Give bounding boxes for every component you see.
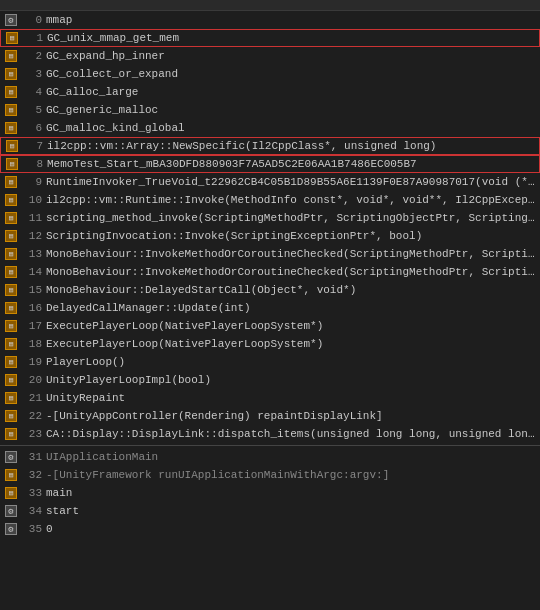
trace-item[interactable]: ⚙ 34 start	[0, 502, 540, 520]
trace-item[interactable]: ▤ 4 GC_alloc_large	[0, 83, 540, 101]
trace-item[interactable]: ⚙ 31 UIApplicationMain	[0, 448, 540, 466]
item-index: 5	[22, 104, 42, 116]
frame-icon: ▤	[5, 302, 17, 314]
backtrace-panel: ⚙ 0 mmap ▤ 1 GC_unix_mmap_get_mem ▤ 2 GC…	[0, 0, 540, 610]
item-icon: ▤	[4, 85, 18, 99]
frame-icon: ▤	[5, 428, 17, 440]
item-label: PlayerLoop()	[46, 356, 125, 368]
item-label: UnityPlayerLoopImpl(bool)	[46, 374, 211, 386]
frame-icon: ▤	[5, 176, 17, 188]
item-label: -[UnityAppController(Rendering) repaintD…	[46, 410, 383, 422]
item-label: mmap	[46, 14, 72, 26]
item-label: MonoBehaviour::DelayedStartCall(Object*,…	[46, 284, 356, 296]
item-icon: ▤	[4, 391, 18, 405]
item-icon: ▤	[4, 211, 18, 225]
item-icon: ▤	[4, 373, 18, 387]
item-icon: ⚙	[4, 522, 18, 536]
frame-icon: ▤	[5, 374, 17, 386]
trace-item[interactable]: ▤ 32 -[UnityFramework runUIApplicationMa…	[0, 466, 540, 484]
frame-icon: ▤	[5, 68, 17, 80]
item-icon: ▤	[4, 229, 18, 243]
item-label: ExecutePlayerLoop(NativePlayerLoopSystem…	[46, 320, 323, 332]
item-icon: ▤	[5, 157, 19, 171]
item-label: GC_alloc_large	[46, 86, 138, 98]
trace-item[interactable]: ▤ 7 il2cpp::vm::Array::NewSpecific(Il2Cp…	[0, 137, 540, 155]
trace-item[interactable]: ▤ 11 scripting_method_invoke(ScriptingMe…	[0, 209, 540, 227]
item-label: il2cpp::vm::Array::NewSpecific(Il2CppCla…	[47, 140, 436, 152]
item-index: 7	[23, 140, 43, 152]
trace-item[interactable]: ⚙ 35 0	[0, 520, 540, 538]
trace-item[interactable]: ▤ 33 main	[0, 484, 540, 502]
item-index: 10	[22, 194, 42, 206]
item-icon: ▤	[4, 301, 18, 315]
frame-icon: ▤	[6, 140, 18, 152]
trace-item[interactable]: ▤ 19 PlayerLoop()	[0, 353, 540, 371]
trace-item[interactable]: ▤ 23 CA::Display::DisplayLink::dispatch_…	[0, 425, 540, 443]
item-label: UnityRepaint	[46, 392, 125, 404]
item-icon: ▤	[5, 31, 19, 45]
item-icon: ▤	[4, 121, 18, 135]
item-icon: ▤	[5, 139, 19, 153]
gear-icon: ⚙	[5, 14, 17, 26]
trace-item[interactable]: ▤ 5 GC_generic_malloc	[0, 101, 540, 119]
item-icon: ▤	[4, 193, 18, 207]
item-index: 21	[22, 392, 42, 404]
item-label: GC_malloc_kind_global	[46, 122, 185, 134]
gear-icon: ⚙	[5, 523, 17, 535]
item-icon: ▤	[4, 337, 18, 351]
trace-item[interactable]: ▤ 13 MonoBehaviour::InvokeMethodOrCorout…	[0, 245, 540, 263]
frame-icon: ▤	[6, 158, 18, 170]
frame-icon: ▤	[5, 356, 17, 368]
trace-item[interactable]: ⚙ 0 mmap	[0, 11, 540, 29]
trace-item[interactable]: ▤ 12 ScriptingInvocation::Invoke(Scripti…	[0, 227, 540, 245]
item-icon: ▤	[4, 67, 18, 81]
trace-item[interactable]: ▤ 20 UnityPlayerLoopImpl(bool)	[0, 371, 540, 389]
gear-icon: ⚙	[5, 451, 17, 463]
frame-icon: ▤	[5, 284, 17, 296]
trace-item[interactable]: ▤ 6 GC_malloc_kind_global	[0, 119, 540, 137]
item-icon: ▤	[4, 103, 18, 117]
frame-icon: ▤	[5, 392, 17, 404]
item-icon: ▤	[4, 175, 18, 189]
panel-title	[0, 0, 540, 11]
trace-item[interactable]: ▤ 8 MemoTest_Start_mBA30DFD880903F7A5AD5…	[0, 155, 540, 173]
item-index: 3	[22, 68, 42, 80]
trace-item[interactable]: ▤ 14 MonoBehaviour::InvokeMethodOrCorout…	[0, 263, 540, 281]
trace-item[interactable]: ▤ 22 -[UnityAppController(Rendering) rep…	[0, 407, 540, 425]
item-index: 13	[22, 248, 42, 260]
trace-item[interactable]: ▤ 16 DelayedCallManager::Update(int)	[0, 299, 540, 317]
trace-item[interactable]: ▤ 1 GC_unix_mmap_get_mem	[0, 29, 540, 47]
trace-item[interactable]: ▤ 3 GC_collect_or_expand	[0, 65, 540, 83]
item-label: ExecutePlayerLoop(NativePlayerLoopSystem…	[46, 338, 323, 350]
trace-item[interactable]: ▤ 2 GC_expand_hp_inner	[0, 47, 540, 65]
trace-item[interactable]: ▤ 9 RuntimeInvoker_TrueVoid_t22962CB4C05…	[0, 173, 540, 191]
item-label: RuntimeInvoker_TrueVoid_t22962CB4C05B1D8…	[46, 176, 536, 188]
frame-icon: ▤	[5, 487, 17, 499]
frame-icon: ▤	[5, 104, 17, 116]
trace-item[interactable]: ▤ 15 MonoBehaviour::DelayedStartCall(Obj…	[0, 281, 540, 299]
item-icon: ▤	[4, 247, 18, 261]
item-index: 19	[22, 356, 42, 368]
item-icon: ▤	[4, 409, 18, 423]
item-icon: ⚙	[4, 13, 18, 27]
trace-item[interactable]: ▤ 18 ExecutePlayerLoop(NativePlayerLoopS…	[0, 335, 540, 353]
item-label: main	[46, 487, 72, 499]
item-index: 0	[22, 14, 42, 26]
item-index: 2	[22, 50, 42, 62]
frame-icon: ▤	[5, 50, 17, 62]
trace-item[interactable]: ▤ 21 UnityRepaint	[0, 389, 540, 407]
item-label: DelayedCallManager::Update(int)	[46, 302, 251, 314]
item-icon: ▤	[4, 486, 18, 500]
item-label: MonoBehaviour::InvokeMethodOrCoroutineCh…	[46, 266, 536, 278]
item-label: start	[46, 505, 79, 517]
item-index: 8	[23, 158, 43, 170]
item-index: 14	[22, 266, 42, 278]
item-index: 23	[22, 428, 42, 440]
trace-item[interactable]: ▤ 10 il2cpp::vm::Runtime::Invoke(MethodI…	[0, 191, 540, 209]
trace-item[interactable]: ▤ 17 ExecutePlayerLoop(NativePlayerLoopS…	[0, 317, 540, 335]
frame-icon: ▤	[5, 469, 17, 481]
item-index: 1	[23, 32, 43, 44]
item-label: GC_unix_mmap_get_mem	[47, 32, 179, 44]
item-label: GC_collect_or_expand	[46, 68, 178, 80]
frame-icon: ▤	[5, 194, 17, 206]
